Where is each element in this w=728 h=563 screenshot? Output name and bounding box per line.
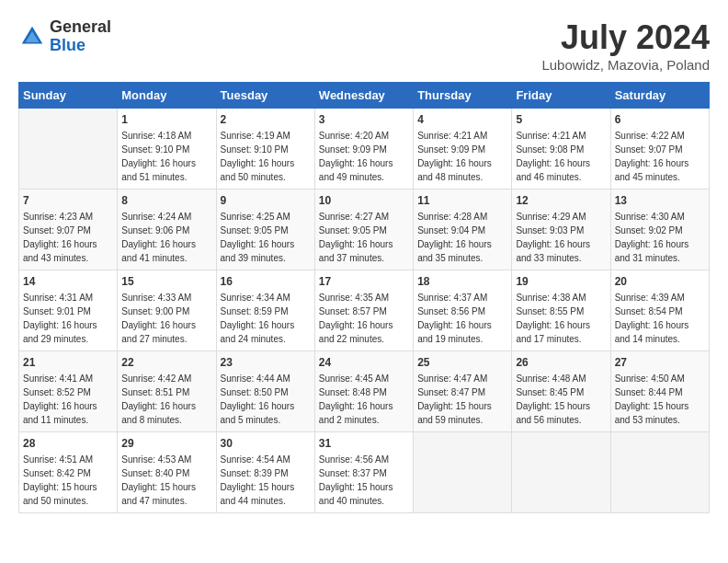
day-info: Sunrise: 4:47 AMSunset: 8:47 PMDaylight:… xyxy=(417,372,507,427)
day-number: 3 xyxy=(319,113,409,126)
calendar-week-row: 1Sunrise: 4:18 AMSunset: 9:10 PMDaylight… xyxy=(19,109,710,190)
logo-icon xyxy=(18,23,46,51)
calendar-day-cell: 28Sunrise: 4:51 AMSunset: 8:42 PMDayligh… xyxy=(19,432,118,513)
calendar-day-cell: 3Sunrise: 4:20 AMSunset: 9:09 PMDaylight… xyxy=(314,109,413,190)
calendar-day-cell: 19Sunrise: 4:38 AMSunset: 8:55 PMDayligh… xyxy=(512,270,610,351)
location: Lubowidz, Mazovia, Poland xyxy=(541,57,710,73)
day-info: Sunrise: 4:56 AMSunset: 8:37 PMDaylight:… xyxy=(319,453,409,508)
day-info: Sunrise: 4:21 AMSunset: 9:09 PMDaylight:… xyxy=(417,129,507,184)
day-info: Sunrise: 4:35 AMSunset: 8:57 PMDaylight:… xyxy=(319,291,409,346)
day-number: 30 xyxy=(221,437,311,450)
day-info: Sunrise: 4:24 AMSunset: 9:06 PMDaylight:… xyxy=(121,210,211,265)
day-number: 31 xyxy=(319,437,409,450)
day-info: Sunrise: 4:38 AMSunset: 8:55 PMDaylight:… xyxy=(516,291,606,346)
day-info: Sunrise: 4:53 AMSunset: 8:40 PMDaylight:… xyxy=(121,453,211,508)
calendar-day-cell: 13Sunrise: 4:30 AMSunset: 9:02 PMDayligh… xyxy=(610,190,709,270)
day-info: Sunrise: 4:22 AMSunset: 9:07 PMDaylight:… xyxy=(615,129,705,184)
day-info: Sunrise: 4:23 AMSunset: 9:07 PMDaylight:… xyxy=(23,210,113,265)
column-header-thursday: Thursday xyxy=(414,83,512,109)
day-info: Sunrise: 4:29 AMSunset: 9:03 PMDaylight:… xyxy=(516,210,606,265)
calendar-day-cell: 21Sunrise: 4:41 AMSunset: 8:52 PMDayligh… xyxy=(19,351,118,432)
day-number: 28 xyxy=(23,437,113,450)
title-block: July 2024 Lubowidz, Mazovia, Poland xyxy=(541,18,710,73)
day-number: 5 xyxy=(516,113,606,126)
calendar-day-cell: 25Sunrise: 4:47 AMSunset: 8:47 PMDayligh… xyxy=(414,351,512,432)
day-info: Sunrise: 4:37 AMSunset: 8:56 PMDaylight:… xyxy=(417,291,507,346)
day-info: Sunrise: 4:45 AMSunset: 8:48 PMDaylight:… xyxy=(319,372,409,427)
day-number: 27 xyxy=(615,356,705,369)
day-info: Sunrise: 4:19 AMSunset: 9:10 PMDaylight:… xyxy=(221,129,311,184)
day-number: 25 xyxy=(417,356,507,369)
calendar-day-cell: 6Sunrise: 4:22 AMSunset: 9:07 PMDaylight… xyxy=(610,109,709,190)
day-number: 9 xyxy=(221,194,311,207)
day-info: Sunrise: 4:31 AMSunset: 9:01 PMDaylight:… xyxy=(23,291,113,346)
day-info: Sunrise: 4:39 AMSunset: 8:54 PMDaylight:… xyxy=(615,291,705,346)
day-number: 15 xyxy=(121,275,211,288)
calendar-day-cell: 10Sunrise: 4:27 AMSunset: 9:05 PMDayligh… xyxy=(314,190,413,270)
day-info: Sunrise: 4:50 AMSunset: 8:44 PMDaylight:… xyxy=(615,372,705,427)
calendar-day-cell xyxy=(19,109,118,190)
day-info: Sunrise: 4:42 AMSunset: 8:51 PMDaylight:… xyxy=(121,372,211,427)
calendar-day-cell: 9Sunrise: 4:25 AMSunset: 9:05 PMDaylight… xyxy=(216,190,314,270)
day-number: 11 xyxy=(417,194,507,207)
day-number: 1 xyxy=(121,113,211,126)
calendar-day-cell: 31Sunrise: 4:56 AMSunset: 8:37 PMDayligh… xyxy=(314,432,413,513)
day-info: Sunrise: 4:54 AMSunset: 8:39 PMDaylight:… xyxy=(221,453,311,508)
column-header-friday: Friday xyxy=(512,83,610,109)
calendar-table: SundayMondayTuesdayWednesdayThursdayFrid… xyxy=(18,82,710,513)
day-number: 6 xyxy=(615,113,705,126)
calendar-week-row: 7Sunrise: 4:23 AMSunset: 9:07 PMDaylight… xyxy=(19,190,710,270)
calendar-day-cell: 8Sunrise: 4:24 AMSunset: 9:06 PMDaylight… xyxy=(118,190,216,270)
calendar-day-cell: 23Sunrise: 4:44 AMSunset: 8:50 PMDayligh… xyxy=(216,351,314,432)
day-number: 8 xyxy=(121,194,211,207)
day-number: 10 xyxy=(319,194,409,207)
calendar-day-cell: 17Sunrise: 4:35 AMSunset: 8:57 PMDayligh… xyxy=(314,270,413,351)
column-header-monday: Monday xyxy=(118,83,216,109)
calendar-day-cell: 12Sunrise: 4:29 AMSunset: 9:03 PMDayligh… xyxy=(512,190,610,270)
calendar-day-cell: 2Sunrise: 4:19 AMSunset: 9:10 PMDaylight… xyxy=(216,109,314,190)
calendar-week-row: 28Sunrise: 4:51 AMSunset: 8:42 PMDayligh… xyxy=(19,432,710,513)
day-info: Sunrise: 4:28 AMSunset: 9:04 PMDaylight:… xyxy=(417,210,507,265)
logo-text: General Blue xyxy=(50,18,111,55)
column-header-saturday: Saturday xyxy=(610,83,709,109)
day-info: Sunrise: 4:34 AMSunset: 8:59 PMDaylight:… xyxy=(221,291,311,346)
month-year: July 2024 xyxy=(541,18,710,57)
day-info: Sunrise: 4:20 AMSunset: 9:09 PMDaylight:… xyxy=(319,129,409,184)
calendar-day-cell: 26Sunrise: 4:48 AMSunset: 8:45 PMDayligh… xyxy=(512,351,610,432)
calendar-day-cell: 18Sunrise: 4:37 AMSunset: 8:56 PMDayligh… xyxy=(414,270,512,351)
day-number: 19 xyxy=(516,275,606,288)
logo: General Blue xyxy=(18,18,111,55)
day-info: Sunrise: 4:33 AMSunset: 9:00 PMDaylight:… xyxy=(121,291,211,346)
calendar-day-cell: 4Sunrise: 4:21 AMSunset: 9:09 PMDaylight… xyxy=(414,109,512,190)
day-number: 24 xyxy=(319,356,409,369)
calendar-day-cell: 29Sunrise: 4:53 AMSunset: 8:40 PMDayligh… xyxy=(118,432,216,513)
calendar-day-cell: 5Sunrise: 4:21 AMSunset: 9:08 PMDaylight… xyxy=(512,109,610,190)
page-header: General Blue July 2024 Lubowidz, Mazovia… xyxy=(18,18,710,73)
day-number: 7 xyxy=(23,194,113,207)
column-header-sunday: Sunday xyxy=(19,83,118,109)
calendar-day-cell: 7Sunrise: 4:23 AMSunset: 9:07 PMDaylight… xyxy=(19,190,118,270)
day-number: 18 xyxy=(417,275,507,288)
day-number: 22 xyxy=(121,356,211,369)
day-number: 20 xyxy=(615,275,705,288)
calendar-day-cell: 15Sunrise: 4:33 AMSunset: 9:00 PMDayligh… xyxy=(118,270,216,351)
column-header-wednesday: Wednesday xyxy=(314,83,413,109)
calendar-day-cell: 11Sunrise: 4:28 AMSunset: 9:04 PMDayligh… xyxy=(414,190,512,270)
day-number: 16 xyxy=(221,275,311,288)
day-info: Sunrise: 4:25 AMSunset: 9:05 PMDaylight:… xyxy=(221,210,311,265)
calendar-day-cell: 1Sunrise: 4:18 AMSunset: 9:10 PMDaylight… xyxy=(118,109,216,190)
calendar-week-row: 14Sunrise: 4:31 AMSunset: 9:01 PMDayligh… xyxy=(19,270,710,351)
day-number: 2 xyxy=(221,113,311,126)
day-number: 26 xyxy=(516,356,606,369)
day-number: 4 xyxy=(417,113,507,126)
day-number: 17 xyxy=(319,275,409,288)
day-info: Sunrise: 4:48 AMSunset: 8:45 PMDaylight:… xyxy=(516,372,606,427)
calendar-day-cell xyxy=(610,432,709,513)
calendar-header-row: SundayMondayTuesdayWednesdayThursdayFrid… xyxy=(19,83,710,109)
day-number: 13 xyxy=(615,194,705,207)
calendar-week-row: 21Sunrise: 4:41 AMSunset: 8:52 PMDayligh… xyxy=(19,351,710,432)
day-number: 29 xyxy=(121,437,211,450)
day-number: 12 xyxy=(516,194,606,207)
calendar-day-cell: 16Sunrise: 4:34 AMSunset: 8:59 PMDayligh… xyxy=(216,270,314,351)
day-number: 21 xyxy=(23,356,113,369)
